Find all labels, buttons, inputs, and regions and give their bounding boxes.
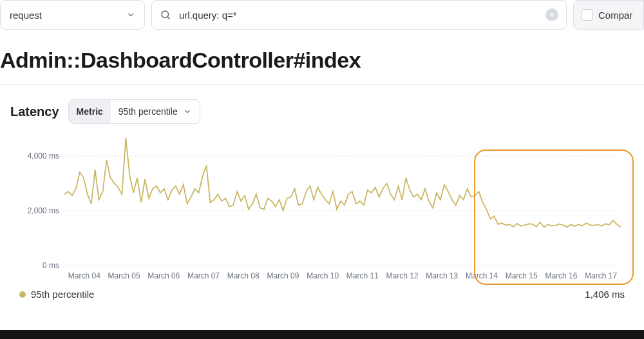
compare-label: Compar: [598, 10, 632, 21]
svg-text:March 04: March 04: [68, 271, 100, 280]
legend-item: 95th percentile: [19, 289, 94, 300]
svg-text:March 11: March 11: [346, 271, 379, 280]
svg-text:March 09: March 09: [267, 271, 299, 280]
svg-text:0 ms: 0 ms: [43, 261, 59, 270]
request-type-value: request: [10, 10, 42, 21]
request-type-select[interactable]: request: [0, 0, 145, 30]
svg-text:March 08: March 08: [227, 271, 260, 280]
compare-toggle[interactable]: Compar: [573, 0, 644, 30]
chevron-down-icon: [183, 107, 192, 116]
svg-text:March 07: March 07: [187, 271, 220, 280]
svg-text:March 13: March 13: [426, 271, 458, 280]
clear-search-button[interactable]: [545, 8, 558, 21]
legend-series-value: 1,406 ms: [585, 289, 625, 300]
svg-text:March 15: March 15: [506, 271, 538, 280]
legend-series-name: 95th percentile: [31, 289, 94, 300]
svg-line-1: [167, 17, 169, 19]
section-title: Latency: [10, 104, 59, 119]
metric-selector-value: 95th percentile: [118, 106, 178, 117]
svg-point-0: [162, 11, 169, 18]
close-icon: [549, 12, 555, 18]
chevron-down-icon: [126, 10, 135, 19]
svg-text:2,000 ms: 2,000 ms: [28, 206, 59, 215]
search-field[interactable]: [151, 0, 567, 30]
search-input[interactable]: [178, 9, 539, 21]
compare-checkbox[interactable]: [582, 9, 593, 21]
svg-text:4,000 ms: 4,000 ms: [28, 151, 59, 160]
svg-text:March 16: March 16: [545, 271, 577, 280]
svg-text:March 12: March 12: [386, 271, 419, 280]
svg-text:March 14: March 14: [466, 271, 498, 280]
svg-text:March 06: March 06: [147, 271, 180, 280]
latency-chart: 0 ms2,000 ms4,000 msMarch 04March 05Marc…: [10, 130, 634, 285]
svg-text:March 05: March 05: [108, 271, 140, 280]
metric-selector[interactable]: Metric 95th percentile: [68, 99, 200, 124]
metric-selector-label: Metric: [69, 100, 111, 123]
legend-dot-icon: [19, 291, 26, 298]
search-icon: [160, 9, 171, 21]
svg-text:March 17: March 17: [585, 271, 617, 280]
page-title: Admin::DashboardController#index: [0, 48, 644, 73]
svg-text:March 10: March 10: [307, 271, 339, 280]
footer-strip: [0, 330, 644, 339]
